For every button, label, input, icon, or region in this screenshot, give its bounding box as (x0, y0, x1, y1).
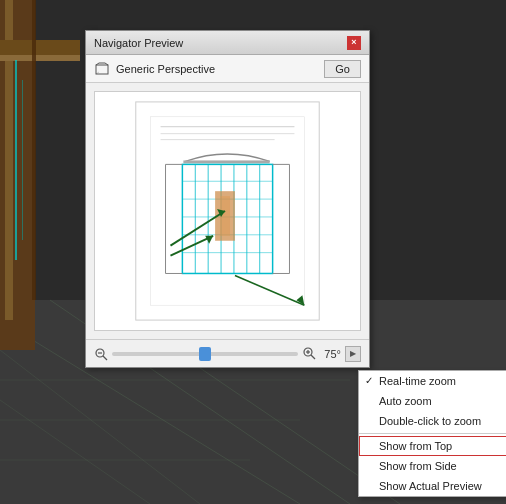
menu-item-show-from-top[interactable]: Show from Top (359, 436, 506, 456)
zoom-slider[interactable] (112, 352, 298, 356)
svg-rect-13 (32, 0, 36, 300)
preview-area (94, 91, 361, 331)
go-button[interactable]: Go (324, 60, 361, 78)
menu-item-realtime-zoom[interactable]: Real-time zoom (359, 371, 506, 391)
menu-item-show-from-side[interactable]: Show from Side (359, 456, 506, 476)
zoom-value: 75° (324, 348, 341, 360)
title-bar: Navigator Preview × (86, 31, 369, 55)
preview-svg (95, 92, 360, 330)
svg-rect-15 (22, 80, 23, 240)
menu-item-show-actual-preview[interactable]: Show Actual Preview (359, 476, 506, 496)
svg-rect-27 (183, 160, 269, 163)
view-name-label: Generic Perspective (116, 63, 215, 75)
window-title: Navigator Preview (94, 37, 183, 49)
menu-separator (359, 433, 506, 434)
close-button[interactable]: × (347, 36, 361, 50)
navigator-window: Navigator Preview × Generic Perspective … (85, 30, 370, 368)
view-name-area: Generic Perspective (94, 61, 215, 77)
menu-item-double-click-zoom[interactable]: Double-click to zoom (359, 411, 506, 431)
svg-rect-14 (15, 60, 17, 260)
perspective-icon (94, 61, 110, 77)
zoom-in-icon (302, 346, 316, 362)
toolbar-bar: Generic Perspective Go (86, 55, 369, 83)
svg-rect-12 (0, 55, 80, 61)
zoom-out-icon (94, 347, 108, 361)
bottom-toolbar: 75° ▶ (86, 339, 369, 367)
play-button[interactable]: ▶ (345, 346, 361, 362)
zoom-thumb (199, 347, 211, 361)
menu-item-auto-zoom[interactable]: Auto zoom (359, 391, 506, 411)
context-menu: Real-time zoom Auto zoom Double-click to… (358, 370, 506, 497)
svg-line-58 (311, 355, 315, 359)
svg-line-55 (103, 356, 107, 360)
